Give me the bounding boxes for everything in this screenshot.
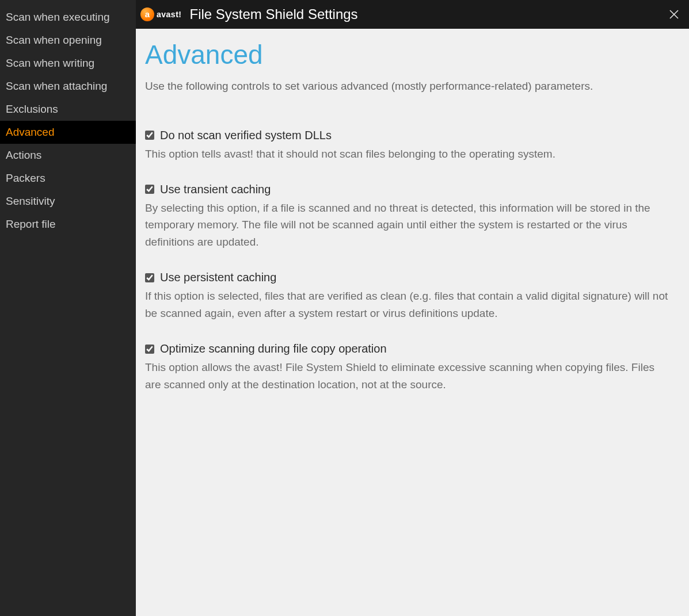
main-panel: avast! File System Shield Settings Advan… bbox=[136, 0, 689, 616]
sidebar-item-scan-executing[interactable]: Scan when executing bbox=[0, 6, 136, 29]
page-intro: Use the following controls to set variou… bbox=[145, 78, 672, 94]
sidebar-item-report-file[interactable]: Report file bbox=[0, 213, 136, 236]
option-persistent-caching: Use persistent caching If this option is… bbox=[145, 271, 672, 322]
sidebar-item-packers[interactable]: Packers bbox=[0, 167, 136, 190]
checkbox-persistent-caching[interactable] bbox=[145, 273, 154, 282]
page-heading: Advanced bbox=[145, 39, 672, 70]
settings-sidebar: Scan when executing Scan when opening Sc… bbox=[0, 0, 136, 616]
sidebar-item-advanced[interactable]: Advanced bbox=[0, 121, 136, 144]
option-no-scan-dlls: Do not scan verified system DLLs This op… bbox=[145, 129, 672, 162]
close-button[interactable] bbox=[666, 6, 682, 22]
sidebar-item-sensitivity[interactable]: Sensitivity bbox=[0, 190, 136, 213]
sidebar-item-scan-opening[interactable]: Scan when opening bbox=[0, 29, 136, 52]
label-persistent-caching[interactable]: Use persistent caching bbox=[160, 271, 276, 284]
checkbox-optimize-copy[interactable] bbox=[145, 345, 154, 354]
sidebar-item-exclusions[interactable]: Exclusions bbox=[0, 98, 136, 121]
label-transient-caching[interactable]: Use transient caching bbox=[160, 183, 271, 196]
desc-persistent-caching: If this option is selected, files that a… bbox=[145, 288, 672, 322]
label-no-scan-dlls[interactable]: Do not scan verified system DLLs bbox=[160, 129, 332, 142]
label-optimize-copy[interactable]: Optimize scanning during file copy opera… bbox=[160, 342, 387, 355]
checkbox-no-scan-dlls[interactable] bbox=[145, 131, 154, 140]
sidebar-item-scan-writing[interactable]: Scan when writing bbox=[0, 52, 136, 75]
sidebar-item-actions[interactable]: Actions bbox=[0, 144, 136, 167]
avast-logo: avast! bbox=[140, 7, 181, 21]
title-bar: avast! File System Shield Settings bbox=[136, 0, 689, 29]
option-optimize-copy: Optimize scanning during file copy opera… bbox=[145, 342, 672, 393]
sidebar-item-scan-attaching[interactable]: Scan when attaching bbox=[0, 75, 136, 98]
close-icon bbox=[669, 9, 679, 20]
avast-logo-icon bbox=[140, 7, 154, 21]
checkbox-transient-caching[interactable] bbox=[145, 185, 154, 194]
desc-optimize-copy: This option allows the avast! File Syste… bbox=[145, 359, 672, 393]
avast-logo-text: avast! bbox=[157, 10, 181, 19]
window-title: File System Shield Settings bbox=[189, 6, 357, 22]
content-area: Advanced Use the following controls to s… bbox=[136, 29, 689, 616]
desc-transient-caching: By selecting this option, if a file is s… bbox=[145, 200, 672, 250]
desc-no-scan-dlls: This option tells avast! that it should … bbox=[145, 146, 672, 162]
option-transient-caching: Use transient caching By selecting this … bbox=[145, 183, 672, 250]
